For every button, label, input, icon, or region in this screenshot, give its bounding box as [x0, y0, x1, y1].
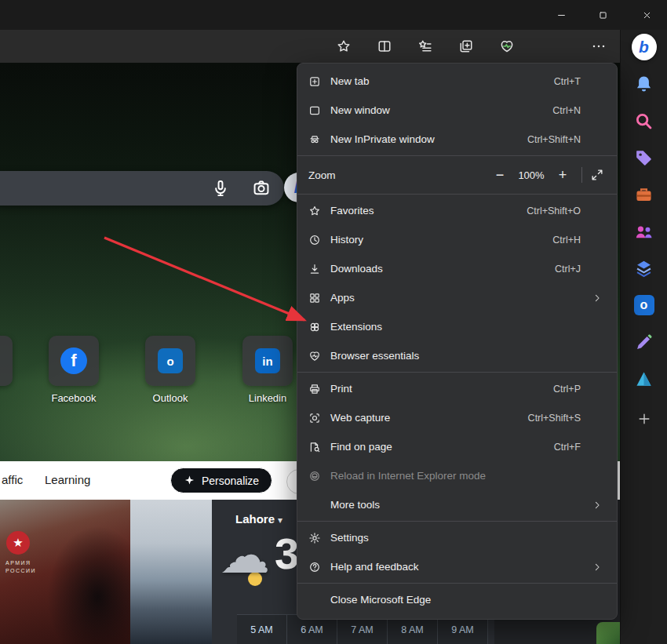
minimize-button[interactable]: [543, 0, 579, 30]
menu-item-label: Web capture: [330, 412, 528, 424]
add-favorite-button[interactable]: [331, 34, 356, 59]
chevron-right-icon: [592, 500, 603, 511]
menu-item-browser-essentials[interactable]: Browser essentials: [297, 341, 617, 370]
chart-sliver: [596, 622, 620, 644]
copilot-button[interactable]: b: [632, 35, 657, 60]
menu-item-new-inprivate-window[interactable]: New InPrivate windowCtrl+Shift+N: [297, 125, 617, 154]
toolbox-button[interactable]: [632, 182, 657, 207]
menu-item-favorites[interactable]: FavoritesCtrl+Shift+O: [297, 196, 617, 225]
designer-icon: [634, 333, 654, 352]
layers-button[interactable]: [632, 256, 657, 281]
zoom-in-button[interactable]: +: [552, 167, 574, 184]
facebook-logo-icon: f: [60, 347, 87, 374]
menu-item-label: Downloads: [330, 263, 555, 275]
menu-item-label: History: [330, 234, 552, 246]
shopping-tag-icon: [634, 148, 654, 168]
search-button[interactable]: [632, 108, 657, 133]
new-window-icon: [308, 104, 321, 117]
personalize-button[interactable]: Personalize: [170, 468, 272, 493]
shopping-tag-button[interactable]: [632, 145, 657, 170]
favorites-icon: [308, 205, 321, 217]
menu-item-history[interactable]: HistoryCtrl+H: [297, 225, 617, 254]
browser-essentials-icon: [308, 350, 321, 362]
split-screen-icon: [377, 38, 392, 54]
news-image-parade[interactable]: [130, 500, 212, 644]
chevron-down-icon: ▾: [278, 515, 282, 526]
menu-shortcut: Ctrl+Shift+N: [527, 134, 581, 145]
favorites-hub-button[interactable]: [413, 34, 438, 59]
menu-item-new-window[interactable]: New windowCtrl+N: [297, 96, 617, 125]
menu-item-label: Print: [330, 383, 553, 395]
menu-item-new-tab[interactable]: New tabCtrl+T: [297, 67, 617, 96]
menu-item-apps[interactable]: Apps: [297, 283, 617, 312]
soldier-silhouette: [28, 520, 130, 644]
fullscreen-button[interactable]: [590, 168, 604, 182]
menu-item-label: Apps: [330, 292, 592, 304]
essentials-toolbar-button[interactable]: [494, 34, 519, 59]
layers-icon: [634, 259, 654, 278]
web-capture-icon: [308, 412, 321, 424]
split-screen-button[interactable]: [372, 34, 397, 59]
settings-icon: [308, 532, 321, 544]
menu-item-web-capture[interactable]: Web captureCtrl+Shift+S: [297, 403, 617, 432]
browser-toolbar: [0, 30, 620, 63]
copilot-icon: b: [632, 34, 657, 60]
apps-icon: [308, 292, 321, 304]
menu-shortcut: Ctrl+N: [552, 105, 581, 116]
toolbox-icon: [634, 185, 654, 205]
menu-item-find-on-page[interactable]: Find on pageCtrl+F: [297, 432, 617, 461]
outlook-button[interactable]: o: [632, 293, 657, 318]
menu-item-downloads[interactable]: DownloadsCtrl+J: [297, 254, 617, 283]
close-button[interactable]: [627, 0, 667, 30]
news-image-army[interactable]: ★ АРМИЯ РОССИИ: [0, 500, 130, 644]
menu-item-label: Close Microsoft Edge: [330, 594, 604, 606]
mic-icon[interactable]: [210, 178, 231, 198]
weather-temperature: 3: [275, 528, 299, 579]
menu-item-close-microsoft-edge[interactable]: Close Microsoft Edge: [297, 585, 617, 614]
shortcut-tile-outlook[interactable]: o: [145, 336, 195, 386]
bell-button[interactable]: [632, 71, 657, 96]
feed-tab-affic[interactable]: affic: [2, 473, 23, 486]
drop-button[interactable]: [632, 366, 657, 391]
menu-shortcut: Ctrl+Shift+S: [528, 413, 581, 424]
menu-shortcut: Ctrl+Shift+O: [527, 206, 581, 216]
settings-more-button[interactable]: [586, 34, 611, 59]
outlook-icon: o: [634, 295, 654, 315]
shortcut-label: Facebook: [25, 392, 122, 404]
shortcut-tile-m[interactable]: [0, 336, 13, 386]
help-icon: [308, 561, 321, 573]
outlook-logo-icon: o: [158, 348, 183, 373]
edge-sidebar: bo: [620, 30, 667, 644]
essentials-toolbar-icon: [499, 38, 515, 54]
camera-icon[interactable]: [251, 178, 272, 198]
maximize-icon: [598, 10, 608, 20]
designer-button[interactable]: [632, 329, 657, 355]
favorites-hub-icon: [417, 38, 433, 54]
menu-shortcut: Ctrl+J: [555, 264, 581, 275]
minimize-icon: [556, 10, 567, 20]
menu-item-more-tools[interactable]: More tools: [297, 490, 617, 519]
chevron-right-icon: [592, 562, 603, 573]
history-icon: [308, 234, 321, 246]
menu-item-print[interactable]: PrintCtrl+P: [297, 374, 617, 403]
menu-item-extensions[interactable]: Extensions: [297, 312, 617, 341]
shortcut-tile-facebook[interactable]: f: [49, 336, 99, 386]
zoom-out-button[interactable]: −: [489, 167, 511, 184]
collections-button[interactable]: [454, 34, 479, 59]
menu-divider: [297, 372, 617, 373]
add-button[interactable]: [632, 406, 657, 431]
menu-item-help-and-feedback[interactable]: Help and feedback: [297, 552, 617, 581]
feed-tab-learning[interactable]: Learning: [45, 473, 90, 486]
settings-more-icon: [591, 38, 607, 54]
people-button[interactable]: [632, 219, 657, 244]
add-icon: [637, 412, 651, 426]
inprivate-icon: [308, 133, 321, 146]
shortcut-tile-linkedin[interactable]: in: [242, 336, 293, 386]
maximize-button[interactable]: [585, 0, 621, 30]
extensions-icon: [308, 321, 321, 333]
weather-city[interactable]: Lahore▾: [235, 512, 282, 526]
menu-item-settings[interactable]: Settings: [297, 523, 617, 552]
collections-icon: [458, 38, 474, 54]
search-bar[interactable]: [0, 171, 284, 206]
find-icon: [308, 441, 321, 453]
